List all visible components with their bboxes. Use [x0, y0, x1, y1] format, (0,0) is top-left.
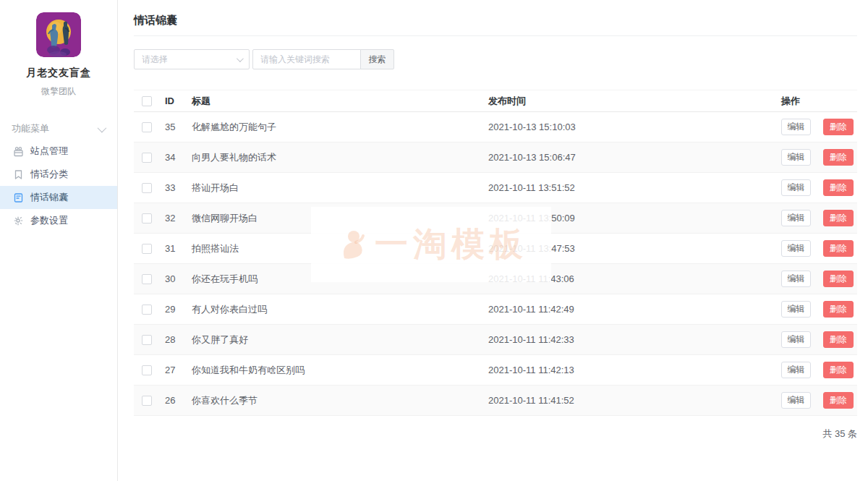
edit-button[interactable]: 编辑	[781, 240, 811, 257]
row-checkbox[interactable]	[142, 335, 152, 345]
gear-icon	[13, 216, 24, 226]
row-title: 向男人要礼物的话术	[192, 142, 488, 173]
row-publish-time: 2021-10-11 13:47:53	[488, 234, 781, 264]
page-head: 情话锦囊	[134, 0, 857, 36]
row-id: 35	[165, 112, 192, 142]
row-publish-time: 2021-10-11 11:41:52	[488, 386, 781, 416]
edit-button[interactable]: 编辑	[781, 392, 811, 409]
table-row: 32 微信网聊开场白 2021-10-11 13:50:09 编辑 删除	[134, 203, 857, 234]
row-title: 你喜欢什么季节	[192, 386, 488, 416]
delete-button[interactable]: 删除	[823, 362, 854, 378]
edit-button[interactable]: 编辑	[781, 119, 811, 135]
delete-button[interactable]: 删除	[823, 392, 854, 409]
row-checkbox[interactable]	[142, 365, 152, 375]
row-checkbox[interactable]	[142, 305, 152, 315]
row-id: 32	[165, 203, 192, 234]
edit-button[interactable]: 编辑	[781, 301, 811, 318]
app-title: 月老交友盲盒	[0, 67, 117, 80]
category-select[interactable]: 请选择	[134, 49, 250, 69]
sidebar-item-label: 情话分类	[30, 168, 68, 181]
select-placeholder: 请选择	[142, 54, 168, 66]
row-id: 29	[165, 294, 192, 325]
row-id: 28	[165, 325, 192, 355]
sidebar-menu: 功能菜单 站点管理	[0, 118, 117, 232]
team-name: 微擎团队	[0, 85, 117, 98]
filter-toolbar: 请选择 搜索	[134, 49, 857, 69]
sidebar: 月老交友盲盒 微擎团队 功能菜单 站点管理	[0, 0, 118, 481]
chevron-down-icon	[98, 123, 107, 132]
row-checkbox[interactable]	[142, 396, 152, 406]
row-publish-time: 2021-10-11 13:50:09	[488, 203, 781, 234]
select-all-checkbox[interactable]	[142, 96, 152, 106]
table-body: 35 化解尴尬的万能句子 2021-10-13 15:10:03 编辑 删除 3…	[134, 112, 857, 416]
search-group: 搜索	[252, 49, 394, 69]
column-header-title: 标题	[192, 90, 488, 112]
edit-button[interactable]: 编辑	[781, 362, 811, 378]
row-publish-time: 2021-10-11 11:42:49	[488, 294, 781, 325]
delete-button[interactable]: 删除	[823, 271, 854, 287]
site-management-icon	[13, 146, 24, 157]
table-row: 31 拍照搭讪法 2021-10-11 13:47:53 编辑 删除	[134, 234, 857, 264]
row-publish-time: 2021-10-11 11:43:06	[488, 264, 781, 294]
table-row: 28 你又胖了真好 2021-10-11 11:42:33 编辑 删除	[134, 325, 857, 355]
row-checkbox[interactable]	[142, 274, 152, 284]
delete-button[interactable]: 删除	[823, 240, 854, 257]
table-row: 34 向男人要礼物的话术 2021-10-13 15:06:47 编辑 删除	[134, 142, 857, 173]
row-title: 你知道我和牛奶有啥区别吗	[192, 355, 488, 386]
row-checkbox[interactable]	[142, 244, 152, 254]
page-title: 情话锦囊	[134, 14, 857, 27]
table-header-row: ID 标题 发布时间 操作	[134, 90, 857, 112]
row-id: 34	[165, 142, 192, 173]
total-count: 共 35 条	[134, 427, 857, 440]
row-title: 有人对你表白过吗	[192, 294, 488, 325]
row-publish-time: 2021-10-11 11:42:33	[488, 325, 781, 355]
row-id: 30	[165, 264, 192, 294]
row-title: 你还在玩手机吗	[192, 264, 488, 294]
column-header-actions: 操作	[781, 90, 857, 112]
row-checkbox[interactable]	[142, 153, 152, 163]
table-row: 26 你喜欢什么季节 2021-10-11 11:41:52 编辑 删除	[134, 386, 857, 416]
search-button[interactable]: 搜索	[360, 49, 394, 69]
app-logo	[36, 12, 81, 57]
menu-group-toggle[interactable]: 功能菜单	[0, 118, 117, 140]
edit-button[interactable]: 编辑	[781, 179, 811, 196]
edit-button[interactable]: 编辑	[781, 210, 811, 226]
sidebar-item-phrase-pouch[interactable]: 情话锦囊	[0, 186, 117, 209]
edit-button[interactable]: 编辑	[781, 331, 811, 348]
column-header-id: ID	[165, 90, 192, 112]
row-checkbox[interactable]	[142, 122, 152, 132]
menu-group-label: 功能菜单	[12, 122, 49, 135]
bookmark-icon	[13, 169, 24, 180]
delete-button[interactable]: 删除	[823, 149, 854, 166]
sidebar-item-label: 站点管理	[30, 145, 68, 158]
row-checkbox[interactable]	[142, 183, 152, 193]
row-publish-time: 2021-10-11 13:51:52	[488, 173, 781, 203]
delete-button[interactable]: 删除	[823, 119, 854, 135]
search-input[interactable]	[252, 49, 361, 69]
row-publish-time: 2021-10-13 15:06:47	[488, 142, 781, 173]
delete-button[interactable]: 删除	[823, 210, 854, 226]
row-title: 你又胖了真好	[192, 325, 488, 355]
delete-button[interactable]: 删除	[823, 179, 854, 196]
sidebar-item-phrase-category[interactable]: 情话分类	[0, 163, 117, 186]
row-id: 27	[165, 355, 192, 386]
edit-button[interactable]: 编辑	[781, 271, 811, 287]
row-id: 33	[165, 173, 192, 203]
sidebar-item-settings[interactable]: 参数设置	[0, 209, 117, 232]
chevron-down-icon	[237, 55, 244, 62]
table-row: 35 化解尴尬的万能句子 2021-10-13 15:10:03 编辑 删除	[134, 112, 857, 142]
row-checkbox[interactable]	[142, 213, 152, 224]
delete-button[interactable]: 删除	[823, 301, 854, 318]
row-title: 搭讪开场白	[192, 173, 488, 203]
row-title: 微信网聊开场白	[192, 203, 488, 234]
sidebar-item-site-management[interactable]: 站点管理	[0, 140, 117, 163]
main-content: 情话锦囊 请选择 搜索 ID 标题 发布时间	[118, 0, 868, 481]
table-row: 33 搭讪开场白 2021-10-11 13:51:52 编辑 删除	[134, 173, 857, 203]
edit-button[interactable]: 编辑	[781, 149, 811, 166]
table-row: 30 你还在玩手机吗 2021-10-11 11:43:06 编辑 删除	[134, 264, 857, 294]
delete-button[interactable]: 删除	[823, 331, 854, 348]
row-title: 拍照搭讪法	[192, 234, 488, 264]
table-row: 27 你知道我和牛奶有啥区别吗 2021-10-11 11:42:13 编辑 删…	[134, 355, 857, 386]
document-icon	[13, 192, 24, 203]
table-row: 29 有人对你表白过吗 2021-10-11 11:42:49 编辑 删除	[134, 294, 857, 325]
